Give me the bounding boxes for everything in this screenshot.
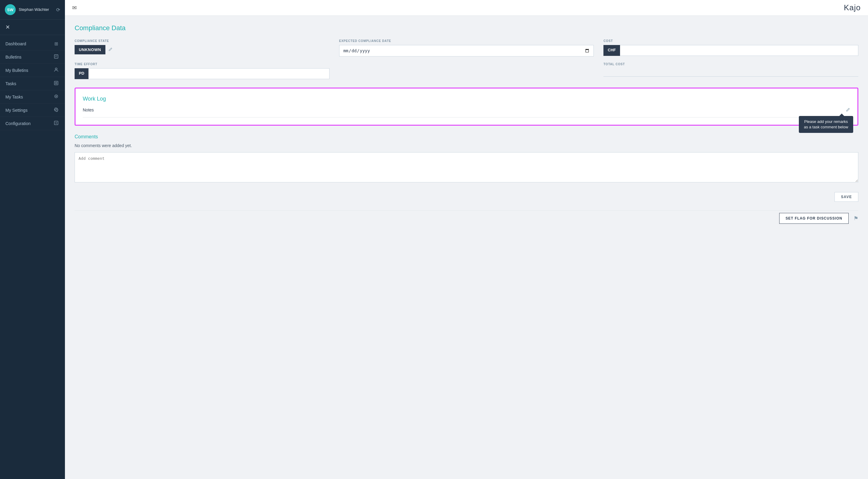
- sidebar-item-my-settings[interactable]: My Settings: [0, 104, 65, 117]
- cost-group: COST CHF: [603, 39, 858, 57]
- grid-spacer: [339, 63, 594, 79]
- dashboard-icon: ⊞: [53, 41, 60, 46]
- svg-point-8: [56, 109, 57, 110]
- svg-rect-4: [54, 81, 58, 85]
- sidebar-item-bulletins[interactable]: Bulletins: [0, 51, 65, 64]
- tasks-icon: [53, 81, 60, 86]
- cost-label: COST: [603, 39, 858, 42]
- compliance-section-title: Compliance Data: [74, 24, 858, 32]
- cost-input[interactable]: [620, 45, 858, 56]
- sidebar-item-dashboard[interactable]: Dashboard ⊞: [0, 37, 65, 51]
- settings-icon: [53, 107, 60, 113]
- sidebar-item-tasks[interactable]: Tasks: [0, 77, 65, 90]
- total-cost-value: [603, 68, 858, 77]
- flag-icon[interactable]: ⚑: [854, 215, 858, 222]
- currency-badge: CHF: [603, 45, 620, 56]
- compliance-state-edit-icon[interactable]: [108, 47, 113, 52]
- notes-edit-icon[interactable]: [846, 107, 850, 113]
- comments-title: Comments: [74, 134, 858, 139]
- time-effort-group: TIME EFFORT PD: [74, 63, 330, 79]
- main-content: ✉ Kajo Compliance Data COMPLIANCE STATE …: [65, 0, 868, 479]
- total-cost-group: TOTAL COST: [603, 63, 858, 79]
- flag-discussion-button[interactable]: SET FLAG FOR DISCUSSION: [779, 213, 849, 224]
- save-button[interactable]: SAVE: [835, 192, 858, 202]
- avatar: SW: [5, 4, 16, 15]
- svg-point-3: [55, 68, 57, 70]
- sidebar-item-my-bulletins[interactable]: My Bulletins: [0, 64, 65, 77]
- logout-icon[interactable]: ⟳: [56, 7, 60, 13]
- sidebar-item-my-tasks[interactable]: My Tasks: [0, 90, 65, 104]
- compliance-state-label: COMPLIANCE STATE: [74, 39, 330, 42]
- worklog-section: Work Log Notes Please add your remarks a…: [74, 88, 858, 126]
- time-effort-label: TIME EFFORT: [74, 63, 330, 66]
- topbar: ✉ Kajo: [65, 0, 868, 16]
- page-content: Compliance Data COMPLIANCE STATE UNKNOWN…: [65, 16, 868, 479]
- svg-point-5: [56, 83, 57, 84]
- worklog-title: Work Log: [83, 96, 850, 102]
- compliance-state-row: UNKNOWN: [74, 45, 330, 54]
- sidebar-item-configuration[interactable]: Configuration: [0, 117, 65, 130]
- time-effort-input[interactable]: [89, 68, 330, 79]
- comments-section: Comments No comments were added yet.: [74, 134, 858, 184]
- sidebar-close-row: ✕: [0, 20, 65, 35]
- mail-icon[interactable]: ✉: [72, 4, 77, 11]
- my-tasks-icon: [53, 94, 60, 100]
- svg-point-7: [56, 96, 57, 97]
- notes-label: Notes: [83, 107, 94, 113]
- configuration-icon: [53, 121, 60, 126]
- user-name: Stephan Wächter: [19, 7, 56, 12]
- time-effort-row: PD: [74, 68, 330, 79]
- sidebar-nav: Dashboard ⊞ Bulletins My Bulletins Tasks…: [0, 35, 65, 479]
- svg-rect-0: [54, 55, 58, 58]
- flag-row: SET FLAG FOR DISCUSSION ⚑: [74, 210, 858, 224]
- compliance-grid: COMPLIANCE STATE UNKNOWN EXPECTED COMPLI…: [74, 39, 858, 79]
- app-brand: Kajo: [844, 3, 861, 12]
- comment-textarea[interactable]: [74, 152, 858, 183]
- no-comments-message: No comments were added yet.: [74, 143, 858, 148]
- compliance-state-button[interactable]: UNKNOWN: [74, 45, 105, 54]
- pd-badge: PD: [74, 68, 89, 79]
- total-cost-label: TOTAL COST: [603, 63, 858, 66]
- bulletins-icon: [53, 54, 60, 60]
- compliance-state-group: COMPLIANCE STATE UNKNOWN: [74, 39, 330, 57]
- my-bulletins-icon: [53, 67, 60, 73]
- compliance-date-label: EXPECTED COMPLIANCE DATE: [339, 39, 594, 42]
- compliance-date-group: EXPECTED COMPLIANCE DATE: [339, 39, 594, 57]
- sidebar: SW Stephan Wächter ⟳ ✕ Dashboard ⊞ Bulle…: [0, 0, 65, 479]
- compliance-date-input[interactable]: [339, 45, 594, 57]
- sidebar-header: SW Stephan Wächter ⟳: [0, 0, 65, 20]
- cost-input-row: CHF: [603, 45, 858, 56]
- notes-row: Notes Please add your remarks as a task …: [83, 107, 850, 118]
- close-button[interactable]: ✕: [5, 24, 10, 31]
- save-row: SAVE: [74, 192, 858, 202]
- worklog-tooltip: Please add your remarks as a task commen…: [799, 116, 853, 133]
